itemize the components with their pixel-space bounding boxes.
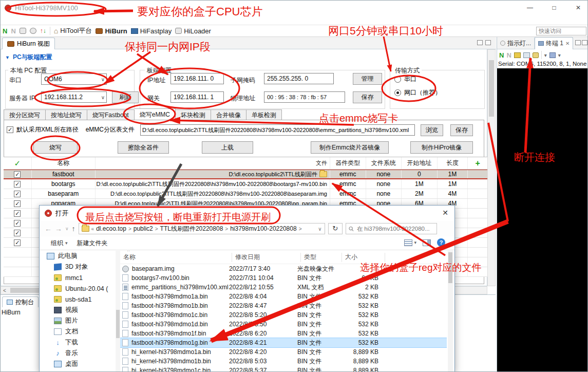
help-icon[interactable]: ? bbox=[437, 238, 445, 247]
col-file-type[interactable]: 类型 bbox=[301, 253, 342, 262]
file-row[interactable]: fastboot-hi3798mdmo1b.bin 2022/8/8 4:47 … bbox=[120, 301, 447, 310]
new-folder-button[interactable]: 新建文件夹 bbox=[77, 239, 108, 248]
select-all-check-icon[interactable]: ✓ bbox=[4, 157, 32, 169]
server-ip-select[interactable]: 192.168.111.2∨ bbox=[41, 91, 107, 103]
tab-terminal-1[interactable]: 终端 1✕ bbox=[535, 37, 573, 49]
transfer-arrows-icon[interactable]: ↑↓ bbox=[40, 27, 46, 34]
vertical-scrollbar[interactable] bbox=[487, 49, 496, 286]
burn-tab[interactable]: 烧写eMMC bbox=[135, 108, 176, 120]
radio-serial[interactable]: 串口 bbox=[394, 75, 416, 84]
toolbar-link-hifastplay[interactable]: HiFastplay bbox=[131, 27, 172, 35]
minimize-button[interactable]: — bbox=[520, 1, 540, 14]
panel-maximize-icon[interactable] bbox=[485, 40, 491, 45]
serial-port-select[interactable]: COM6∨ bbox=[41, 73, 107, 85]
file-list-scrollbar[interactable] bbox=[448, 251, 453, 372]
refresh-icon[interactable]: ↻ bbox=[328, 223, 343, 234]
file-row[interactable]: hi_kernel-hi3798mdmo1c.bin 2022/8/8 5:37… bbox=[120, 366, 447, 372]
clear-terminal-icon[interactable] bbox=[523, 52, 530, 58]
file-row[interactable]: bootargs7-mv100.bin 2022/7/31 10:04 BIN … bbox=[120, 273, 447, 283]
file-row[interactable]: emmc_partitions_hi3798mv100.xml 2022/8/1… bbox=[120, 283, 447, 292]
plugin-icon[interactable] bbox=[30, 28, 36, 34]
col-file[interactable]: 文件 bbox=[96, 157, 330, 169]
toolbar-link-hiburn[interactable]: HiBurn bbox=[96, 27, 127, 35]
mac-field[interactable]: 00 : 95 : 38 : 78 : fb : 57 bbox=[264, 91, 345, 103]
sidebar-scrollbar[interactable] bbox=[116, 251, 120, 372]
row-checkbox[interactable]: ✓ bbox=[14, 200, 21, 207]
dialog-close-icon[interactable]: ✕ bbox=[442, 209, 448, 217]
sidebar-item[interactable]: 文档 bbox=[40, 326, 116, 337]
tab-console[interactable]: 控制台 bbox=[2, 296, 39, 307]
gateway-field[interactable]: 192.168.111. 1 bbox=[170, 91, 224, 103]
burn-tab[interactable]: 按分区烧写 bbox=[4, 109, 46, 120]
breadcrumb-item[interactable]: TTL线刷固件20220808 bbox=[160, 225, 223, 233]
terminal-screen[interactable] bbox=[497, 68, 588, 372]
row-checkbox[interactable]: ✓ bbox=[14, 230, 21, 236]
erase-button[interactable]: 擦除全器件 bbox=[118, 141, 169, 154]
burn-tab[interactable]: 合并镜像 bbox=[211, 109, 246, 120]
disconnect-icon[interactable]: N bbox=[11, 27, 15, 35]
tab-close-icon[interactable]: ✕ bbox=[565, 41, 570, 46]
breadcrumb[interactable]: « dl.ecoo.top>public2>TTL线刷固件20220808>hi… bbox=[79, 223, 325, 234]
sidebar-item[interactable]: Ubuntu-20.04 ( bbox=[40, 283, 116, 294]
xml-path-checkbox[interactable]: ✓ bbox=[7, 126, 13, 133]
board-ip-field[interactable]: 192.168.111. 0 bbox=[170, 73, 224, 84]
col-file-name[interactable]: 名称 bbox=[120, 253, 232, 262]
xml-path-input[interactable]: D:\dl.ecoo.top\public2\TTL线刷固件20220808\h… bbox=[140, 124, 415, 136]
scroll-left-arrow[interactable]: < bbox=[1, 288, 8, 293]
toolbar-link-hiloader[interactable]: HiLoader bbox=[175, 27, 211, 35]
row-checkbox[interactable]: ✓ bbox=[14, 239, 21, 246]
disconnect-icon[interactable]: N bbox=[506, 51, 511, 59]
breadcrumb-item[interactable]: dl.ecoo.top bbox=[96, 225, 126, 232]
toolbar-link-hitool[interactable]: ⌂HiTool平台 bbox=[54, 26, 92, 35]
burn-tab[interactable]: 按地址烧写 bbox=[46, 109, 87, 120]
col-start[interactable]: 开始地址 bbox=[402, 157, 438, 169]
sidebar-item[interactable]: 此电脑 bbox=[40, 251, 116, 262]
make-emmc-image-button[interactable]: 制作Emmc烧片器镜像 bbox=[311, 141, 389, 154]
file-row[interactable]: fastboot-hi3798mdmo1g.bin 2022/8/8 4:21 … bbox=[120, 338, 447, 347]
row-checkbox[interactable]: ✓ bbox=[14, 171, 21, 178]
radio-network[interactable]: 网口（推荐） bbox=[394, 88, 441, 97]
upload-button[interactable]: 上载 bbox=[202, 141, 253, 154]
back-icon[interactable]: ← bbox=[45, 225, 52, 233]
preview-pane-icon[interactable] bbox=[423, 239, 431, 246]
config-section-header[interactable]: ▼ PC与板端配置 bbox=[5, 53, 52, 62]
lock-scroll-icon[interactable] bbox=[533, 52, 539, 58]
row-checkbox[interactable]: ✓ bbox=[14, 191, 21, 197]
row-checkbox[interactable]: ✓ bbox=[14, 220, 21, 227]
view-mode-button[interactable]: ▾ bbox=[404, 239, 416, 246]
browse-button[interactable]: 浏览 bbox=[421, 124, 443, 136]
board-save-button[interactable]: 保存 bbox=[353, 91, 382, 103]
new-terminal-icon[interactable] bbox=[549, 52, 556, 58]
sidebar-item[interactable]: 图片 bbox=[40, 315, 116, 326]
col-file-date[interactable]: 修改日期 bbox=[232, 253, 301, 262]
connect-icon[interactable]: N bbox=[499, 51, 504, 59]
breadcrumb-dropdown-icon[interactable]: ∨ bbox=[318, 226, 321, 232]
manage-button[interactable]: 管理 bbox=[353, 73, 382, 85]
tab-indicator-lights[interactable]: 指示灯... bbox=[497, 37, 535, 49]
breadcrumb-item[interactable]: hi3798mv100-20220808 bbox=[230, 225, 296, 232]
file-row[interactable]: fastboot-hi3798mdmo1c.bin 2022/8/8 5:20 … bbox=[120, 310, 447, 320]
close-button[interactable]: ✕ bbox=[568, 1, 588, 14]
folder-icon[interactable] bbox=[319, 171, 327, 177]
panel-minimize-icon[interactable] bbox=[477, 40, 483, 45]
file-row[interactable]: fastboot-hi3798mdmo1a.bin 2022/8/8 4:04 … bbox=[120, 292, 447, 301]
file-row[interactable]: baseparam.img 2022/7/17 3:40 光盘映像文件 bbox=[120, 264, 447, 273]
subnet-mask-field[interactable]: 255.255.255. 0 bbox=[264, 73, 334, 84]
row-checkbox[interactable]: ✓ bbox=[14, 181, 21, 188]
sidebar-item[interactable]: ♪ 音乐 bbox=[40, 348, 116, 359]
search-input[interactable] bbox=[356, 225, 434, 232]
row-checkbox[interactable]: ✓ bbox=[14, 210, 21, 217]
col-name[interactable]: 名称 bbox=[32, 157, 96, 169]
panel-minimize-icon[interactable] bbox=[575, 40, 581, 45]
partition-row[interactable]: ✓ baseparam D:\dl.ecoo.top\public2\TTL线刷… bbox=[4, 189, 487, 199]
package-icon[interactable] bbox=[20, 28, 26, 34]
burn-tab[interactable]: 坏块检测 bbox=[176, 109, 211, 120]
connect-icon[interactable]: N bbox=[3, 27, 7, 35]
burn-tab[interactable]: 单板检测 bbox=[246, 109, 282, 120]
sidebar-item[interactable]: ↓ 下载 bbox=[40, 337, 116, 348]
sidebar-item[interactable]: mmc1 bbox=[40, 272, 116, 283]
burn-button[interactable]: 烧写 bbox=[33, 141, 78, 154]
log-table-icon[interactable] bbox=[514, 52, 521, 58]
breadcrumb-item[interactable]: public2 bbox=[134, 225, 153, 232]
col-file-size[interactable]: 大小 bbox=[342, 253, 385, 262]
